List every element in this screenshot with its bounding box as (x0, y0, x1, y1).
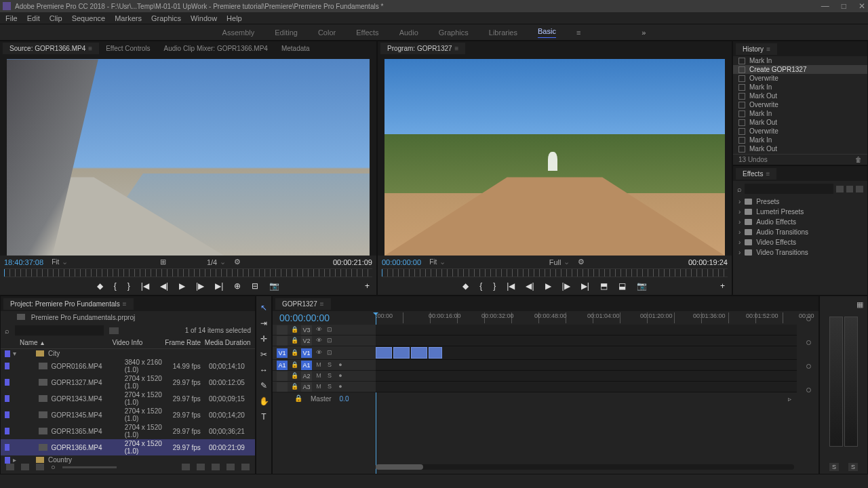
program-timecode-current[interactable]: 00:00:00:00 (382, 258, 421, 266)
program-resolution[interactable]: Full (549, 258, 561, 266)
workspace-color[interactable]: Color (318, 28, 336, 37)
disclosure-triangle-icon[interactable]: ▾ (13, 350, 20, 357)
workspace-libraries[interactable]: Libraries (489, 28, 517, 37)
fx-badge-icon[interactable] (856, 186, 863, 192)
timeline-timecode[interactable]: 00:00:00:00 (277, 312, 332, 323)
timeline-clip[interactable] (376, 347, 392, 359)
workspace-assembly[interactable]: Assembly (222, 28, 255, 37)
solo-icon[interactable]: S (326, 383, 334, 391)
column-media-duration[interactable]: Media Duration (205, 339, 251, 346)
history-item[interactable]: Mark In (733, 109, 867, 118)
history-item[interactable]: Mark In (733, 136, 867, 144)
track-lane[interactable] (376, 346, 797, 360)
program-ruler[interactable] (382, 268, 728, 277)
menu-graphics[interactable]: Graphics (151, 14, 181, 22)
master-level[interactable]: 0.0 (340, 395, 349, 403)
solo-icon[interactable]: S (326, 372, 334, 380)
history-item[interactable]: Mark In (733, 56, 867, 65)
source-resolution[interactable]: 1/4 (207, 258, 217, 266)
fx-badge-icon[interactable] (836, 186, 844, 192)
source-patch[interactable]: V1 (277, 348, 288, 358)
track-lock-icon[interactable]: 🔒 (290, 361, 298, 369)
mute-icon[interactable]: M (315, 383, 323, 391)
selection-tool[interactable]: ↖ (259, 303, 269, 312)
voice-over-icon[interactable]: ● (336, 372, 344, 380)
timeline-clip[interactable] (393, 347, 410, 359)
source-patch[interactable] (277, 336, 288, 346)
export-frame-button[interactable]: 📷 (637, 281, 647, 291)
track-lane[interactable] (376, 371, 797, 382)
track-lock-icon[interactable]: 🔒 (290, 372, 298, 380)
new-item-icon[interactable] (197, 464, 205, 470)
track-target[interactable]: A1 (301, 361, 312, 370)
add-marker-button[interactable]: ◆ (97, 281, 103, 291)
solo-left-button[interactable]: S (829, 463, 839, 471)
history-item[interactable]: Overwrite (733, 100, 867, 109)
workspace-basic[interactable]: Basic (538, 27, 556, 38)
ripple-edit-tool[interactable]: ✛ (259, 334, 269, 344)
tab-source[interactable]: Source: GOPR1366.MP4≡ (3, 43, 99, 54)
insert-button[interactable]: ⊕ (234, 281, 241, 291)
source-timecode-current[interactable]: 18:40:37:08 (4, 258, 43, 266)
step-forward-button[interactable]: |▶ (562, 281, 570, 291)
slip-tool[interactable]: ↔ (259, 365, 269, 375)
play-button[interactable]: ▶ (545, 281, 551, 291)
project-clip-row[interactable]: GOPR1343.MP42704 x 1520 (1.0)29.97 fps00… (1, 390, 255, 407)
button-editor[interactable]: + (720, 281, 725, 291)
fx-badge-icon[interactable] (846, 186, 854, 192)
project-clip-row[interactable]: GOPR1365.MP42704 x 1520 (1.0)29.97 fps00… (1, 423, 255, 439)
menu-markers[interactable]: Markers (115, 14, 142, 22)
voice-over-icon[interactable]: ● (336, 361, 344, 369)
track-target[interactable]: A3 (301, 382, 312, 392)
toggle-track-output-icon[interactable]: 👁 (315, 326, 323, 334)
project-search-input[interactable] (15, 325, 104, 336)
project-clip-row[interactable]: GOPR1345.MP42704 x 1520 (1.0)29.97 fps00… (1, 407, 255, 423)
track-height-handle[interactable] (806, 388, 811, 392)
workspace-effects[interactable]: Effects (356, 28, 378, 37)
menu-clip[interactable]: Clip (50, 14, 62, 22)
effects-category[interactable]: ›Lumetri Presets (733, 207, 867, 217)
sync-lock-icon[interactable]: ⊡ (326, 337, 334, 345)
track-target[interactable]: V2 (301, 336, 312, 346)
chevron-down-icon[interactable]: ⌄ (564, 258, 570, 266)
history-item[interactable]: Mark Out (733, 92, 867, 100)
tab-audio-clip-mixer[interactable]: Audio Clip Mixer: GOPR1366.MP4 (157, 43, 275, 54)
chevron-down-icon[interactable]: ⌄ (439, 258, 446, 266)
project-clip-row[interactable]: GOPR0166.MP43840 x 2160 (1.0)14.99 fps00… (1, 358, 255, 374)
track-lock-icon[interactable]: 🔒 (294, 394, 302, 403)
column-frame-rate[interactable]: Frame Rate (165, 339, 204, 346)
project-bin[interactable]: ▾City (1, 349, 255, 358)
mark-out-button[interactable]: } (493, 281, 496, 291)
step-back-button[interactable]: ◀| (160, 281, 168, 291)
menu-sequence[interactable]: Sequence (72, 14, 106, 22)
program-zoom-fit[interactable]: Fit (429, 258, 437, 266)
toggle-track-output-icon[interactable]: 👁 (315, 349, 323, 357)
filter-bin-icon[interactable] (109, 327, 119, 334)
history-item[interactable]: Mark Out (733, 144, 867, 153)
tab-effect-controls[interactable]: Effect Controls (99, 43, 157, 54)
clear-icon[interactable] (226, 464, 235, 470)
maximize-button[interactable]: □ (842, 1, 846, 11)
mute-icon[interactable]: M (315, 372, 323, 380)
history-item[interactable]: Overwrite (733, 74, 867, 83)
effects-search-input[interactable] (745, 184, 833, 194)
sync-lock-icon[interactable]: ⊡ (326, 349, 334, 357)
settings-icon[interactable]: ⚙ (578, 258, 585, 266)
effects-category[interactable]: ›Video Effects (733, 237, 867, 247)
chevron-down-icon[interactable]: ⌄ (62, 258, 68, 266)
tab-effects[interactable]: Effects≡ (736, 168, 776, 180)
icon-view-icon[interactable] (21, 464, 29, 470)
play-button[interactable]: ▶ (179, 281, 185, 291)
timeline-clip[interactable] (411, 347, 427, 359)
menu-window[interactable]: Window (191, 14, 217, 22)
solo-icon[interactable]: S (326, 361, 334, 369)
source-zoom-fit[interactable]: Fit (52, 258, 59, 266)
track-height-handle[interactable] (806, 340, 811, 345)
new-bin-icon[interactable] (182, 464, 190, 470)
timeline-ruler[interactable]: :00:0000:00:16:0000:00:32:0000:00:48:000… (376, 312, 797, 323)
close-button[interactable]: ✕ (859, 1, 865, 11)
menu-file[interactable]: File (5, 14, 18, 22)
toggle-track-output-icon[interactable]: 👁 (315, 337, 323, 345)
track-lane[interactable] (376, 336, 797, 346)
step-back-button[interactable]: ◀| (526, 281, 534, 291)
